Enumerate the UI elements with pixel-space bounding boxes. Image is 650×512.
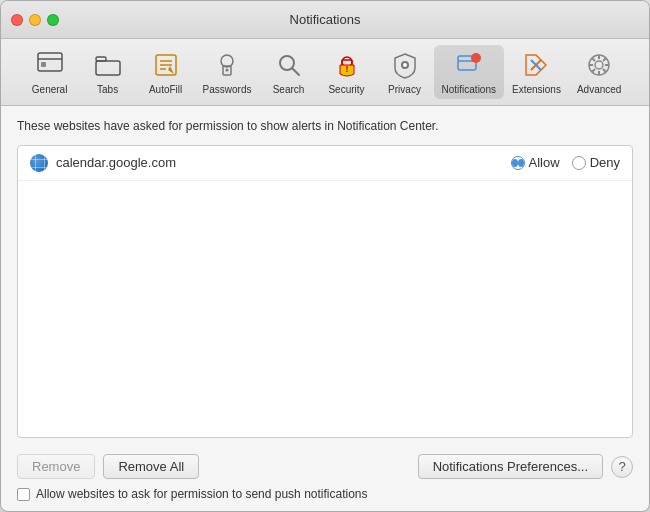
tabs-label: Tabs <box>97 84 118 95</box>
svg-line-33 <box>592 69 595 72</box>
minimize-button[interactable] <box>29 14 41 26</box>
deny-radio-circle[interactable] <box>572 156 586 170</box>
passwords-label: Passwords <box>203 84 252 95</box>
titlebar: Notifications <box>1 1 649 39</box>
toolbar: General Tabs Au <box>1 39 649 106</box>
toolbar-item-extensions[interactable]: Extensions <box>504 45 569 99</box>
extensions-label: Extensions <box>512 84 561 95</box>
deny-radio-label: Deny <box>590 155 620 170</box>
autofill-label: AutoFill <box>149 84 182 95</box>
radio-group: Allow Deny <box>511 155 620 170</box>
allow-radio-circle[interactable] <box>511 156 525 170</box>
notifications-label: Notifications <box>442 84 496 95</box>
privacy-icon <box>389 49 421 81</box>
toolbar-item-advanced[interactable]: Advanced <box>569 45 629 99</box>
toolbar-item-autofill[interactable]: AutoFill <box>137 45 195 99</box>
passwords-icon <box>211 49 243 81</box>
extensions-icon <box>520 49 552 81</box>
bottom-footer: Allow websites to ask for permission to … <box>1 487 649 511</box>
push-notifications-label: Allow websites to ask for permission to … <box>36 487 368 501</box>
toolbar-item-general[interactable]: General <box>21 45 79 99</box>
advanced-icon <box>583 49 615 81</box>
security-icon: ! <box>331 49 363 81</box>
notifications-icon <box>453 49 485 81</box>
svg-rect-0 <box>38 53 62 71</box>
notifications-preferences-button[interactable]: Notifications Preferences... <box>418 454 603 479</box>
toolbar-item-passwords[interactable]: Passwords <box>195 45 260 99</box>
remove-all-button[interactable]: Remove All <box>103 454 199 479</box>
advanced-label: Advanced <box>577 84 621 95</box>
svg-rect-2 <box>41 62 46 67</box>
general-label: General <box>32 84 68 95</box>
website-url: calendar.google.com <box>56 155 511 170</box>
svg-line-30 <box>592 58 595 61</box>
close-button[interactable] <box>11 14 23 26</box>
maximize-button[interactable] <box>47 14 59 26</box>
svg-point-11 <box>226 69 229 72</box>
svg-line-32 <box>603 58 606 61</box>
svg-point-9 <box>221 55 233 67</box>
remove-button[interactable]: Remove <box>17 454 95 479</box>
traffic-lights <box>11 14 59 26</box>
window-title: Notifications <box>290 12 361 27</box>
toolbar-item-tabs[interactable]: Tabs <box>79 45 137 99</box>
svg-point-18 <box>403 63 407 67</box>
description-text: These websites have asked for permission… <box>17 118 633 135</box>
bottom-bar: Remove Remove All Notifications Preferen… <box>1 446 649 487</box>
help-button[interactable]: ? <box>611 456 633 478</box>
autofill-icon <box>150 49 182 81</box>
svg-text:!: ! <box>345 64 348 74</box>
search-label: Search <box>273 84 305 95</box>
search-icon <box>273 49 305 81</box>
security-label: Security <box>328 84 364 95</box>
allow-radio-option[interactable]: Allow <box>511 155 560 170</box>
toolbar-item-search[interactable]: Search <box>260 45 318 99</box>
svg-point-25 <box>595 61 603 69</box>
content-area: These websites have asked for permission… <box>1 106 649 446</box>
push-notifications-checkbox[interactable] <box>17 488 30 501</box>
svg-line-13 <box>292 69 299 76</box>
toolbar-item-privacy[interactable]: Privacy <box>376 45 434 99</box>
svg-rect-4 <box>96 61 120 75</box>
allow-radio-label: Allow <box>529 155 560 170</box>
toolbar-item-notifications[interactable]: Notifications <box>434 45 504 99</box>
tabs-icon <box>92 49 124 81</box>
deny-radio-option[interactable]: Deny <box>572 155 620 170</box>
table-row: calendar.google.com Allow Deny <box>18 146 632 181</box>
privacy-label: Privacy <box>388 84 421 95</box>
svg-line-31 <box>603 69 606 72</box>
website-list: calendar.google.com Allow Deny <box>17 145 633 438</box>
toolbar-item-security[interactable]: ! Security <box>318 45 376 99</box>
general-icon <box>34 49 66 81</box>
window: Notifications General Tabs <box>0 0 650 512</box>
svg-point-21 <box>471 53 481 63</box>
website-globe-icon <box>30 154 48 172</box>
